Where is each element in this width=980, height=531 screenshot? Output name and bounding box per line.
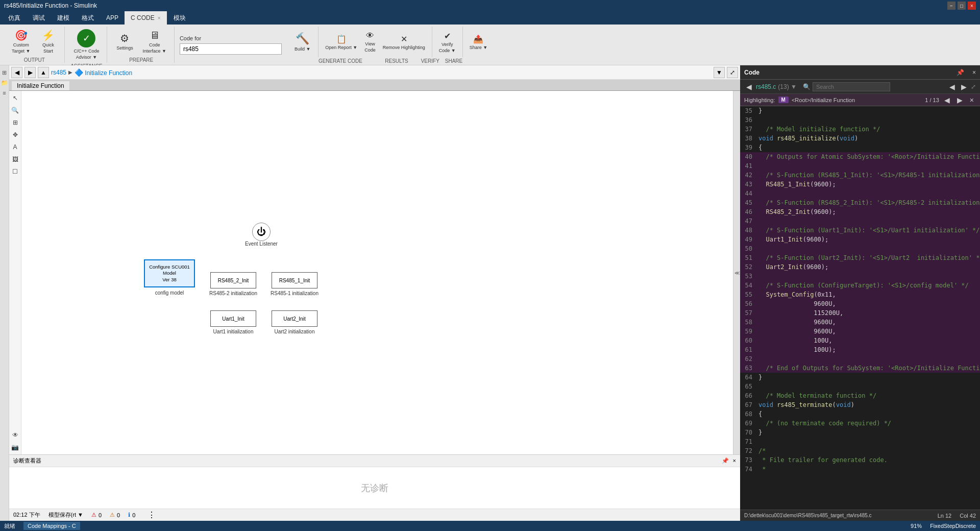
code-interface-button[interactable]: 🖥 Code Interface ▼	[139, 27, 169, 56]
code-close-button[interactable]: ×	[972, 69, 976, 76]
line-number: 58	[742, 318, 758, 327]
fit-tool[interactable]: ⊞	[10, 117, 20, 128]
code-for-input[interactable]	[180, 43, 282, 55]
line-number: 50	[742, 244, 758, 253]
view-tool[interactable]: 👁	[10, 430, 20, 440]
prepare-label: PREPARE	[112, 57, 169, 63]
uart2-init-block[interactable]: Uart2_Init	[272, 310, 317, 327]
quick-start-icon: ⚡	[42, 29, 55, 41]
diagnostic-content: 无诊断	[9, 467, 740, 509]
quick-start-button[interactable]: ⚡ Quick Start	[36, 27, 60, 56]
pan-tool[interactable]: ✥	[10, 130, 20, 140]
code-expand-button[interactable]: ⤢	[971, 83, 976, 90]
breadcrumb-root[interactable]: rs485	[51, 69, 66, 76]
diagnostic-more[interactable]: ⋮	[148, 510, 156, 520]
config-scumodel-block[interactable]: Configure SCU001 ModelVer 38	[144, 259, 195, 287]
close-button[interactable]: ×	[968, 2, 976, 10]
code-mappings-tab[interactable]: Code Mappings - C	[23, 522, 80, 530]
menu-format[interactable]: 格式	[76, 11, 100, 25]
expand-button[interactable]: ⤢	[727, 67, 738, 78]
line-number: 69	[742, 419, 758, 428]
line-code: * File trailer for generated code.	[758, 455, 888, 465]
diagnostic-time: 02:12 下午	[13, 511, 40, 519]
build-button[interactable]: 🔨 Build ▼	[291, 30, 314, 54]
code-prev-button[interactable]: ◀	[947, 82, 957, 92]
menu-modeling[interactable]: 建模	[51, 11, 76, 25]
open-report-button[interactable]: 📋 Open Report ▼	[323, 33, 360, 52]
line-number: 72	[742, 446, 758, 455]
line-number: 36	[742, 115, 758, 125]
code-panel-header: Code 📌 ×	[740, 65, 980, 80]
rs485-1-init-block[interactable]: RS485_1_Init	[272, 272, 317, 288]
tab-ccode[interactable]: C CODE ×	[125, 11, 167, 25]
code-search-input[interactable]	[813, 82, 890, 91]
line-code: /* S-Function (ConfigureTarget): '<S1>/c…	[758, 281, 969, 290]
remove-highlighting-button[interactable]: ✕ Remove Highlighting	[380, 33, 428, 52]
view-code-button[interactable]: 👁 View Code	[362, 30, 378, 54]
highlight-close[interactable]: ×	[968, 95, 976, 105]
line-number: 46	[742, 207, 758, 216]
highlighting-badge: M	[778, 96, 789, 103]
code-statusbar: D:\dettek\scu001\demo\RS485\rs485_target…	[740, 510, 980, 521]
code-file-name[interactable]: rs485.c	[756, 83, 776, 90]
code-line: 72/*	[740, 446, 980, 455]
code-advisor-button[interactable]: ✓ C/C++ Code Advisor ▼	[70, 27, 103, 62]
zoom-in-tool[interactable]: 🔍	[10, 105, 20, 115]
info-count: ℹ 0	[128, 512, 135, 518]
maximize-button[interactable]: □	[958, 2, 966, 10]
line-number: 37	[742, 125, 758, 134]
code-line: 70}	[740, 428, 980, 437]
code-line: 71	[740, 437, 980, 446]
code-for-label: Code for	[180, 35, 282, 41]
menu-module[interactable]: 模块	[167, 11, 192, 25]
code-next-button[interactable]: ▶	[959, 82, 969, 92]
code-line: 50	[740, 244, 980, 253]
up-button[interactable]: ▲	[38, 67, 49, 78]
verify-code-icon: ✔	[444, 31, 451, 41]
code-line: 46 RS485_2_Init(9600);	[740, 207, 980, 216]
extra-tool[interactable]: 📷	[10, 442, 20, 452]
line-number: 74	[742, 465, 758, 474]
sidebar-icon-2[interactable]: 📁	[1, 79, 9, 87]
tab-ccode-close[interactable]: ×	[158, 15, 161, 21]
checkbox-tool[interactable]: ☐	[10, 166, 20, 177]
uart1-init-block[interactable]: Uart1_Init	[210, 310, 256, 327]
line-number: 35	[742, 106, 758, 115]
minimize-button[interactable]: −	[947, 2, 955, 10]
highlight-next[interactable]: ▶	[955, 95, 965, 105]
line-code: {	[758, 143, 762, 152]
forward-button[interactable]: ▶	[24, 67, 36, 78]
text-tool[interactable]: A	[10, 142, 20, 152]
diagnostic-pin[interactable]: 📌	[722, 457, 729, 464]
line-number: 39	[742, 143, 758, 152]
line-code: {	[758, 409, 762, 419]
code-back-button[interactable]: ◀	[744, 82, 754, 92]
sidebar-icon-1[interactable]: ⊞	[1, 68, 9, 77]
dropdown-button[interactable]: ▼	[714, 67, 725, 78]
diagnostic-close[interactable]: ×	[733, 457, 736, 464]
highlight-prev[interactable]: ◀	[942, 95, 952, 105]
breadcrumb-current[interactable]: 🔷 Initialize Function	[75, 68, 132, 77]
share-button[interactable]: 📤 Share ▼	[467, 33, 490, 52]
code-line: 49 Uart1_Init(9600);	[740, 235, 980, 244]
menu-debug[interactable]: 调试	[27, 11, 51, 25]
line-number: 71	[742, 437, 758, 446]
menu-simulation[interactable]: 仿真	[2, 11, 27, 25]
menu-app[interactable]: APP	[100, 11, 125, 25]
settings-button[interactable]: ⚙ Settings	[112, 30, 137, 53]
pointer-tool[interactable]: ↖	[10, 93, 20, 103]
event-listener-block[interactable]: ⏻ Event Listener	[245, 223, 278, 247]
canvas-tab-initialize[interactable]: Initialize Function	[11, 81, 70, 90]
line-code: /* End of Outputs for SubSystem: '<Root>…	[758, 364, 980, 373]
side-collapse-button[interactable]: ≪	[733, 91, 740, 454]
sidebar-icon-3[interactable]: ≡	[1, 89, 9, 97]
code-line: 64}	[740, 373, 980, 382]
verify-code-button[interactable]: ✔ Verify Code ▼	[436, 30, 458, 55]
line-number: 73	[742, 455, 758, 465]
back-button[interactable]: ◀	[11, 67, 22, 78]
image-tool[interactable]: 🖼	[10, 154, 20, 164]
rs485-2-init-block[interactable]: RS485_2_Init	[210, 272, 256, 288]
code-content[interactable]: 35}3637 /* Model initialize function */3…	[740, 106, 980, 510]
custom-target-button[interactable]: 🎯 Custom Target ▼	[8, 27, 34, 56]
code-pin-button[interactable]: 📌	[957, 69, 964, 76]
